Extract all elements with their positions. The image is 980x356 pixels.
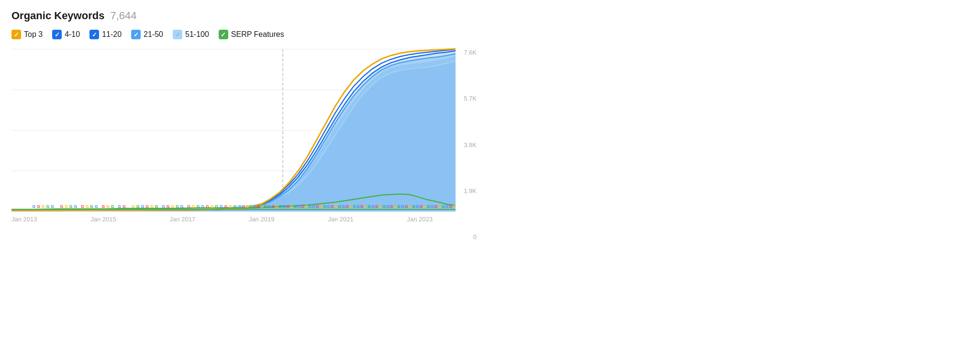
svg-text:G: G (334, 204, 338, 209)
serp-icons-svg: G G G G G G G G G G G (11, 201, 456, 210)
svg-text:G: G (150, 204, 154, 209)
svg-text:G: G (162, 204, 165, 209)
svg-text:G: G (238, 204, 242, 209)
svg-text:G: G (420, 204, 423, 209)
serp-icons-row: G G G G G G G G G G G (11, 201, 456, 210)
svg-text:G: G (297, 204, 301, 209)
svg-text:G: G (201, 204, 204, 209)
svg-text:G: G (316, 204, 319, 209)
svg-text:G: G (206, 204, 209, 209)
y-label-3: 1.9K (464, 187, 477, 195)
svg-text:G: G (245, 204, 249, 209)
svg-text:G: G (256, 204, 260, 209)
legend-label-top3: Top 3 (24, 30, 43, 39)
svg-text:G: G (192, 204, 195, 209)
svg-text:G: G (69, 204, 73, 209)
svg-text:G: G (37, 204, 40, 209)
legend-item-51-100[interactable]: ✓ 51-100 (173, 30, 209, 39)
legend-checkbox-21-50: ✓ (131, 30, 141, 39)
legend-item-serp[interactable]: ✓ SERP Features (219, 30, 284, 39)
svg-text:G: G (60, 204, 64, 209)
x-label-2: Jan 2017 (170, 216, 196, 223)
svg-text:G: G (132, 204, 135, 209)
svg-text:G: G (242, 204, 245, 209)
svg-text:G: G (312, 204, 315, 209)
legend-checkbox-51-100: ✓ (173, 30, 182, 39)
svg-text:G: G (290, 204, 293, 209)
svg-text:G: G (275, 204, 278, 209)
legend-item-21-50[interactable]: ✓ 21-50 (131, 30, 163, 39)
svg-text:G: G (323, 204, 327, 209)
svg-text:G: G (176, 204, 179, 209)
legend-checkbox-top3: ✓ (11, 30, 21, 39)
svg-text:G: G (253, 204, 256, 209)
x-label-0: Jan 2013 (11, 216, 37, 223)
svg-text:G: G (234, 204, 237, 209)
svg-text:G: G (211, 204, 214, 209)
svg-text:G: G (197, 204, 200, 209)
svg-text:G: G (397, 204, 401, 209)
svg-text:G: G (279, 204, 282, 209)
svg-text:G: G (42, 204, 45, 209)
svg-text:G: G (416, 204, 419, 209)
legend-label-serp: SERP Features (231, 30, 284, 39)
svg-text:G: G (331, 204, 334, 209)
svg-text:G: G (220, 204, 223, 209)
svg-text:G: G (401, 204, 404, 209)
svg-text:G: G (393, 204, 397, 209)
svg-text:G: G (427, 204, 430, 209)
svg-text:G: G (345, 204, 349, 209)
svg-text:G: G (155, 204, 158, 209)
legend-item-4-10[interactable]: ✓ 4-10 (52, 30, 80, 39)
svg-text:G: G (145, 204, 149, 209)
svg-text:G: G (294, 204, 297, 209)
svg-text:G: G (349, 204, 353, 209)
svg-text:G: G (442, 204, 445, 209)
legend-item-top3[interactable]: ✓ Top 3 (11, 30, 43, 39)
svg-text:G: G (224, 204, 228, 209)
svg-text:G: G (445, 204, 449, 209)
svg-text:G: G (286, 204, 290, 209)
svg-text:G: G (90, 204, 93, 209)
x-label-1: Jan 2015 (90, 216, 116, 223)
svg-text:G: G (264, 204, 267, 209)
svg-text:G: G (249, 204, 253, 209)
svg-text:G: G (301, 204, 304, 209)
y-label-4: 0 (473, 233, 477, 241)
svg-text:G: G (268, 204, 271, 209)
svg-text:G: G (167, 204, 170, 209)
svg-text:G: G (438, 204, 441, 209)
svg-text:G: G (360, 204, 364, 209)
svg-text:G: G (111, 204, 114, 209)
legend-label-4-10: 4-10 (65, 30, 80, 39)
svg-text:G: G (260, 204, 264, 209)
legend-label-51-100: 51-100 (185, 30, 209, 39)
svg-text:G: G (187, 204, 190, 209)
svg-text:G: G (338, 204, 341, 209)
svg-text:G: G (320, 204, 323, 209)
organic-keywords-widget: Organic Keywords 7,644 ✓ Top 3 ✓ 4-10 ✓ … (11, 10, 479, 241)
svg-text:G: G (106, 204, 110, 209)
keyword-count: 7,644 (110, 10, 136, 22)
svg-text:G: G (282, 204, 286, 209)
x-label-5: Jan 2023 (407, 216, 433, 223)
svg-text:G: G (375, 204, 379, 209)
svg-text:G: G (423, 204, 426, 209)
svg-text:G: G (434, 204, 438, 209)
x-axis: Jan 2013 Jan 2015 Jan 2017 Jan 2019 Jan … (11, 212, 433, 223)
svg-text:G: G (327, 204, 330, 209)
svg-text:G: G (271, 204, 275, 209)
svg-text:G: G (141, 204, 145, 209)
legend-item-11-20[interactable]: ✓ 11-20 (89, 30, 122, 39)
svg-text:G: G (408, 204, 412, 209)
svg-text:G: G (74, 204, 78, 209)
legend-checkbox-serp: ✓ (219, 30, 228, 39)
y-label-0: 7.6K (464, 49, 477, 56)
y-axis: 7.6K 5.7K 3.8K 1.9K 0 (456, 49, 479, 241)
svg-text:G: G (309, 204, 312, 209)
svg-text:G: G (215, 204, 218, 209)
svg-text:G: G (379, 204, 382, 209)
svg-text:G: G (305, 204, 308, 209)
legend-label-11-20: 11-20 (102, 30, 122, 39)
y-label-1: 5.7K (464, 95, 477, 102)
